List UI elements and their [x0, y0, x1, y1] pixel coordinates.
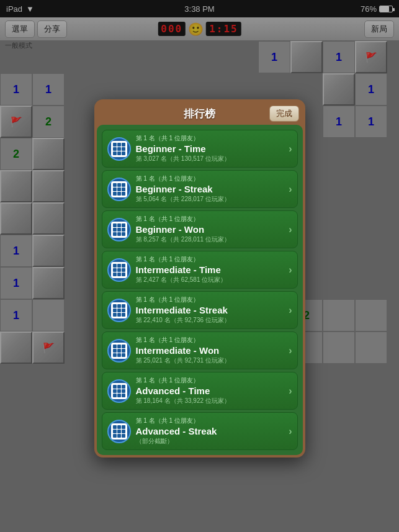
leaderboard-row-3[interactable]: 第 1 名（共 1 位朋友） Intermediate - Time 第 2,4… [102, 251, 298, 289]
row-icon-inner-1 [111, 181, 127, 197]
row-icon-7 [107, 420, 131, 443]
row-text-4: 第 1 名（共 1 位朋友） Intermediate - Streak 第 2… [136, 295, 284, 325]
row-icon-1 [107, 178, 131, 201]
leaderboard-row-5[interactable]: 第 1 名（共 1 位朋友） Intermediate - Won 第 25,0… [102, 331, 298, 369]
row-chevron-1: › [289, 184, 292, 195]
row-title-1: Beginner - Streak [136, 184, 284, 194]
row-title-5: Intermediate - Won [136, 345, 284, 356]
row-icon-grid-6 [113, 385, 125, 397]
row-icon-4 [107, 299, 131, 322]
row-title-0: Beginner - Time [136, 143, 284, 154]
row-subtitle-2: 第 8,257 名（共 228,011 位玩家） [136, 235, 284, 244]
modal-overlay[interactable]: 排行榜 完成 第 1 名（共 1 位朋友） Beginner - Time 第 … [0, 0, 399, 532]
row-text-5: 第 1 名（共 1 位朋友） Intermediate - Won 第 25,0… [136, 336, 284, 365]
row-chevron-0: › [289, 143, 292, 155]
row-chevron-7: › [289, 426, 292, 437]
row-rank-5: 第 1 名（共 1 位朋友） [136, 336, 284, 345]
row-icon-grid-4 [113, 304, 125, 317]
row-icon-inner-3 [111, 262, 127, 278]
row-text-6: 第 1 名（共 1 位朋友） Advanced - Time 第 18,164 … [136, 376, 284, 405]
leaderboard-row-7[interactable]: 第 1 名（共 1 位朋友） Advanced - Streak （部分截斷） … [102, 412, 298, 450]
row-title-3: Intermediate - Time [136, 264, 284, 275]
modal-title: 排行榜 [184, 107, 215, 121]
row-chevron-5: › [289, 345, 292, 356]
row-icon-3 [107, 258, 131, 282]
leaderboard-row-6[interactable]: 第 1 名（共 1 位朋友） Advanced - Time 第 18,164 … [102, 372, 298, 410]
row-title-7: Advanced - Streak [136, 426, 284, 436]
row-icon-grid-1 [113, 183, 125, 196]
row-chevron-4: › [289, 305, 292, 316]
row-title-2: Beginner - Won [136, 224, 284, 235]
leaderboard-row-0[interactable]: 第 1 名（共 1 位朋友） Beginner - Time 第 3,027 名… [102, 130, 298, 168]
leaderboard-modal: 排行榜 完成 第 1 名（共 1 位朋友） Beginner - Time 第 … [94, 99, 305, 458]
leaderboard-row-4[interactable]: 第 1 名（共 1 位朋友） Intermediate - Streak 第 2… [102, 291, 298, 329]
row-text-2: 第 1 名（共 1 位朋友） Beginner - Won 第 8,257 名（… [136, 215, 284, 244]
row-title-6: Advanced - Time [136, 385, 284, 396]
row-rank-3: 第 1 名（共 1 位朋友） [136, 255, 284, 264]
leaderboard-row-1[interactable]: 第 1 名（共 1 位朋友） Beginner - Streak 第 5,064… [102, 170, 298, 208]
row-icon-inner-4 [111, 302, 127, 318]
row-text-0: 第 1 名（共 1 位朋友） Beginner - Time 第 3,027 名… [136, 134, 284, 163]
row-text-1: 第 1 名（共 1 位朋友） Beginner - Streak 第 5,064… [136, 174, 284, 204]
done-button[interactable]: 完成 [269, 106, 299, 122]
row-chevron-3: › [289, 264, 292, 276]
row-rank-0: 第 1 名（共 1 位朋友） [136, 134, 284, 143]
row-icon-grid-7 [113, 425, 125, 438]
row-rank-6: 第 1 名（共 1 位朋友） [136, 376, 284, 385]
row-icon-inner-2 [111, 222, 127, 238]
row-icon-inner-0 [111, 141, 127, 157]
row-icon-0 [107, 137, 131, 161]
row-rank-7: 第 1 名（共 1 位朋友） [136, 417, 284, 425]
row-subtitle-7: （部分截斷） [136, 437, 284, 446]
row-rank-1: 第 1 名（共 1 位朋友） [136, 174, 284, 183]
row-subtitle-1: 第 5,064 名（共 228,017 位玩家） [136, 195, 284, 204]
row-text-7: 第 1 名（共 1 位朋友） Advanced - Streak （部分截斷） [136, 417, 284, 446]
row-icon-5 [107, 339, 131, 363]
row-title-4: Intermediate - Streak [136, 305, 284, 315]
row-icon-6 [107, 379, 131, 403]
row-chevron-6: › [289, 385, 292, 397]
row-icon-grid-3 [113, 264, 125, 276]
row-subtitle-6: 第 18,164 名（共 33,922 位玩家） [136, 397, 284, 405]
row-icon-inner-5 [111, 343, 127, 359]
row-subtitle-4: 第 22,410 名（共 92,736 位玩家） [136, 316, 284, 325]
row-icon-inner-6 [111, 383, 127, 399]
row-subtitle-5: 第 25,021 名（共 92,731 位玩家） [136, 356, 284, 365]
row-icon-2 [107, 218, 131, 241]
row-subtitle-3: 第 2,427 名（共 62,581 位玩家） [136, 276, 284, 284]
row-icon-inner-7 [111, 423, 127, 440]
row-text-3: 第 1 名（共 1 位朋友） Intermediate - Time 第 2,4… [136, 255, 284, 284]
row-chevron-2: › [289, 224, 292, 235]
leaderboard-content: 第 1 名（共 1 位朋友） Beginner - Time 第 3,027 名… [97, 125, 303, 455]
row-subtitle-0: 第 3,027 名（共 130,517 位玩家） [136, 155, 284, 163]
row-rank-2: 第 1 名（共 1 位朋友） [136, 215, 284, 223]
leaderboard-row-2[interactable]: 第 1 名（共 1 位朋友） Beginner - Won 第 8,257 名（… [102, 210, 298, 248]
modal-header: 排行榜 完成 [97, 102, 303, 125]
row-icon-grid-5 [113, 345, 125, 357]
row-icon-grid-0 [113, 143, 125, 155]
row-rank-4: 第 1 名（共 1 位朋友） [136, 295, 284, 304]
row-icon-grid-2 [113, 223, 125, 236]
